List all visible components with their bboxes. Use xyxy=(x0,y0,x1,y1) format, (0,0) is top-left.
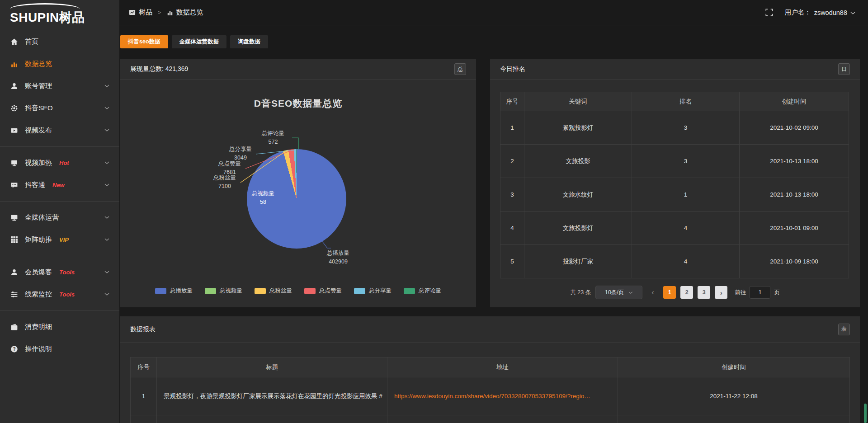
legend-item-plays[interactable]: 总播放量 xyxy=(155,287,193,295)
logo: SHUPIN树品 xyxy=(0,0,119,29)
tab-douyin-seo-data[interactable]: 抖音seo数据 xyxy=(120,35,168,48)
table-header-row: 序号 关键词 排名 创建时间 xyxy=(500,92,849,111)
chevron-down-icon xyxy=(104,85,109,88)
fullscreen-icon[interactable] xyxy=(765,9,773,16)
chat-icon xyxy=(10,181,18,189)
rank-panel-header: 今日排名 日 xyxy=(490,59,860,80)
chevron-down-icon xyxy=(104,293,109,296)
table-toggle-button[interactable]: 表 xyxy=(838,324,850,335)
goto-label: 前往 xyxy=(735,289,746,296)
breadcrumb-root[interactable]: 树品 xyxy=(129,8,152,17)
sidebar-item-lead-monitor[interactable]: 线索监控 Tools xyxy=(0,283,119,306)
legend-item-videos[interactable]: 总视频量 xyxy=(205,287,242,295)
pagination: 共 23 条 10条/页 ‹ 1 2 3 › 前往 页 xyxy=(490,286,860,299)
cell-created: 2021-10-01 09:00 xyxy=(740,212,849,244)
sidebar-item-douyin-seo[interactable]: 抖音SEO xyxy=(0,97,119,119)
sidebar-item-douketong[interactable]: 抖客通 New xyxy=(0,174,119,196)
topbar-right: 用户名：zswodun88 xyxy=(765,8,855,17)
sidebar-item-help[interactable]: ? 操作说明 xyxy=(0,338,119,360)
sidebar-item-data-overview[interactable]: 数据总览 xyxy=(0,53,119,75)
legend-swatch xyxy=(155,288,166,294)
pie-label-plays: 总播放量 402909 xyxy=(316,249,361,266)
legend-item-likes[interactable]: 总点赞量 xyxy=(304,287,342,295)
column-header: 创建时间 xyxy=(740,92,849,111)
logo-suffix: 树品 xyxy=(59,10,85,24)
monitor-icon xyxy=(10,214,18,221)
day-toggle-button[interactable]: 日 xyxy=(838,63,850,75)
username-label: 用户名： xyxy=(785,8,811,17)
table-row: 4 文旅投影灯 4 2021-10-01 09:00 xyxy=(500,212,849,245)
legend-item-fans[interactable]: 总粉丝量 xyxy=(255,287,292,295)
pagination-total: 共 23 条 xyxy=(570,289,591,296)
scrollbar-thumb[interactable] xyxy=(864,404,867,423)
cell-created: 2021-10-13 18:00 xyxy=(740,145,849,178)
cell-rank: 4 xyxy=(632,245,740,278)
page-button-2[interactable]: 2 xyxy=(680,286,693,299)
sidebar-item-video-heat[interactable]: 视频加热 Hot xyxy=(0,152,119,174)
cell-url-link xyxy=(387,415,618,423)
cell-title: 景观投影灯，夜游景观投影灯厂家展示展示落花灯在花园里的灯光投影应用效果 # xyxy=(157,377,387,415)
table-row: 1 景观投影灯，夜游景观投影灯厂家展示展示落花灯在花园里的灯光投影应用效果 # … xyxy=(131,377,849,415)
legend-swatch xyxy=(304,288,316,294)
user-menu[interactable]: 用户名：zswodun88 xyxy=(785,8,855,17)
sidebar-item-matrix-boost[interactable]: 矩阵助推 VIP xyxy=(0,229,119,251)
total-toggle-button[interactable]: 总 xyxy=(454,63,466,75)
logo-arc xyxy=(10,3,80,9)
cell-index: 5 xyxy=(500,245,524,278)
legend-swatch xyxy=(255,288,266,294)
chevron-down-icon xyxy=(104,161,109,164)
prev-page-button[interactable]: ‹ xyxy=(647,286,659,299)
breadcrumb-current[interactable]: 数据总览 xyxy=(167,8,203,17)
sidebar-item-label: 线索监控 xyxy=(25,290,52,299)
chevron-down-icon xyxy=(104,216,109,219)
chevron-down-icon xyxy=(628,289,633,296)
sidebar-item-home[interactable]: 首页 xyxy=(0,31,119,53)
cell-keyword: 景观投影灯 xyxy=(524,111,632,144)
goto-page-input[interactable] xyxy=(750,286,770,299)
hot-badge: Hot xyxy=(59,160,69,166)
cell-created: 2021-10-09 18:00 xyxy=(740,245,849,278)
sidebar-item-label: 会员爆客 xyxy=(25,268,52,277)
sidebar-item-member-burst[interactable]: 会员爆客 Tools xyxy=(0,261,119,283)
sidebar-item-media-operation[interactable]: 全媒体运营 xyxy=(0,207,119,229)
cell-rank: 1 xyxy=(632,178,740,211)
tab-media-operation-data[interactable]: 全媒体运营数据 xyxy=(172,35,227,48)
table-row: 2 文旅投影 3 2021-10-13 18:00 xyxy=(500,145,849,178)
chart-panel-header: 展现量总数: 421,369 总 xyxy=(120,59,476,80)
page-size-select[interactable]: 10条/页 xyxy=(595,286,642,299)
chevron-down-icon xyxy=(104,107,109,110)
breadcrumb-separator: > xyxy=(158,9,161,16)
cell-created: 2021-10-02 09:00 xyxy=(740,111,849,144)
breadcrumb-label: 数据总览 xyxy=(176,8,203,17)
cell-url-link[interactable]: https://www.iesdouyin.com/share/video/70… xyxy=(387,377,618,415)
sidebar-divider xyxy=(0,146,119,147)
page-button-3[interactable]: 3 xyxy=(698,286,710,299)
page-button-1[interactable]: 1 xyxy=(663,286,676,299)
sidebar-item-label: 首页 xyxy=(25,38,38,46)
gear-icon xyxy=(10,104,18,112)
chevron-down-icon xyxy=(104,129,109,132)
legend-item-comments[interactable]: 总评论量 xyxy=(404,287,441,295)
cell-created xyxy=(618,415,849,423)
svg-text:?: ? xyxy=(13,347,15,352)
column-header: 标题 xyxy=(157,357,387,377)
new-badge: New xyxy=(52,182,65,188)
sidebar-item-label: 全媒体运营 xyxy=(25,213,59,222)
question-circle-icon: ? xyxy=(10,345,18,353)
cell-index: 3 xyxy=(500,178,524,211)
main-content: 抖音seo数据 全媒体运营数据 询盘数据 展现量总数: 421,369 总 D音… xyxy=(119,26,868,423)
chevron-down-icon xyxy=(104,238,109,241)
sidebar-item-label: 数据总览 xyxy=(25,60,52,68)
overview-chart-panel: 展现量总数: 421,369 总 D音SEO数据量总览 总评论量 572 总分享… xyxy=(120,59,476,307)
sidebar-item-video-publish[interactable]: 视频发布 xyxy=(0,119,119,141)
sidebar-item-label: 矩阵助推 xyxy=(25,235,52,244)
shupin-crumb-icon xyxy=(129,9,136,16)
tab-inquiry-data[interactable]: 询盘数据 xyxy=(230,35,268,48)
sidebar-item-consumption[interactable]: 消费明细 xyxy=(0,316,119,338)
next-page-button[interactable]: › xyxy=(715,286,727,299)
video-icon xyxy=(10,127,18,134)
sidebar-item-account[interactable]: 账号管理 xyxy=(0,75,119,97)
legend-item-shares[interactable]: 总分享量 xyxy=(354,287,392,295)
table-row: 5 投影灯厂家 4 2021-10-09 18:00 xyxy=(500,245,849,278)
column-header: 序号 xyxy=(500,92,524,111)
